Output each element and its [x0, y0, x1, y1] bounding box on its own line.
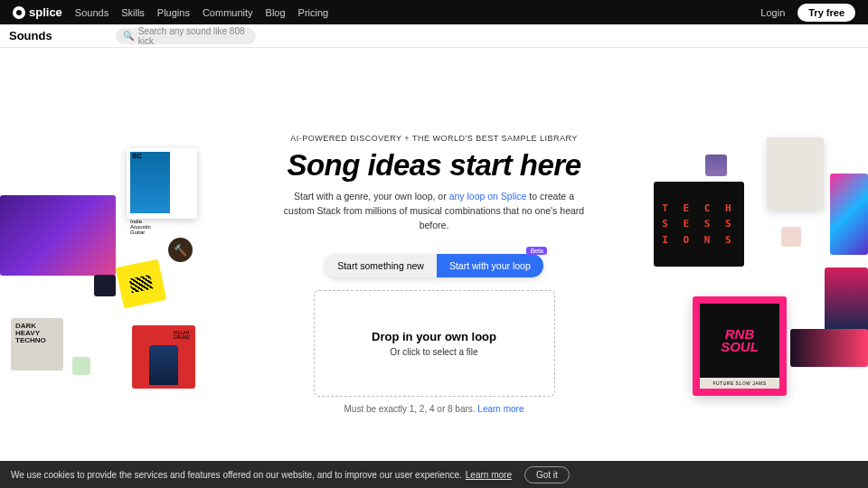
- cookie-accept-button[interactable]: Got it: [524, 466, 570, 483]
- subhead-link[interactable]: any loop on Splice: [449, 191, 527, 202]
- cookie-banner: We use cookies to provide the services a…: [0, 461, 868, 488]
- nav-skills[interactable]: Skills: [121, 7, 145, 18]
- search-input[interactable]: 🔍 Search any sound like 808 kick: [116, 28, 256, 44]
- dropzone-title: Drop in your own loop: [372, 330, 496, 343]
- page-title: Sounds: [9, 29, 52, 42]
- nav-plugins[interactable]: Plugins: [157, 7, 190, 18]
- cta-row: Start something new Start with your loop…: [325, 254, 543, 277]
- headline: Song ideas start here: [287, 148, 580, 183]
- hero-section: AI-POWERED DISCOVERY + THE WORLD'S BEST …: [0, 134, 868, 414]
- cookie-learn-more[interactable]: Learn more: [466, 470, 512, 480]
- loop-dropzone[interactable]: Drop in your own loop Or click to select…: [314, 290, 555, 397]
- try-free-button[interactable]: Try free: [797, 4, 855, 22]
- brand-logo[interactable]: splice: [13, 5, 62, 19]
- search-placeholder: Search any sound like 808 kick: [138, 26, 249, 46]
- nav-blog[interactable]: Blog: [266, 7, 286, 18]
- sub-nav: Sounds 🔍 Search any sound like 808 kick: [0, 24, 868, 48]
- top-nav: splice Sounds Skills Plugins Community B…: [0, 0, 868, 24]
- start-loop-button[interactable]: Start with your loop Beta: [437, 254, 543, 277]
- start-new-button[interactable]: Start something new: [325, 254, 437, 277]
- subheadline: Start with a genre, your own loop, or an…: [280, 190, 588, 232]
- learn-more-link[interactable]: Learn more: [477, 404, 524, 414]
- search-icon: 🔍: [123, 31, 134, 41]
- login-link[interactable]: Login: [760, 7, 785, 18]
- cookie-text: We use cookies to provide the services a…: [11, 470, 462, 480]
- logo-icon: [13, 6, 25, 19]
- brand-text: splice: [29, 5, 62, 19]
- beta-badge: Beta: [526, 247, 546, 255]
- nav-community[interactable]: Community: [203, 7, 253, 18]
- eyebrow-text: AI-POWERED DISCOVERY + THE WORLD'S BEST …: [290, 134, 578, 143]
- nav-pricing[interactable]: Pricing: [298, 7, 329, 18]
- dropzone-hint: Must be exactly 1, 2, 4 or 8 bars. Learn…: [344, 404, 524, 414]
- dropzone-subtitle: Or click to select a file: [390, 347, 477, 357]
- nav-sounds[interactable]: Sounds: [75, 7, 108, 18]
- nav-links: Sounds Skills Plugins Community Blog Pri…: [75, 7, 328, 18]
